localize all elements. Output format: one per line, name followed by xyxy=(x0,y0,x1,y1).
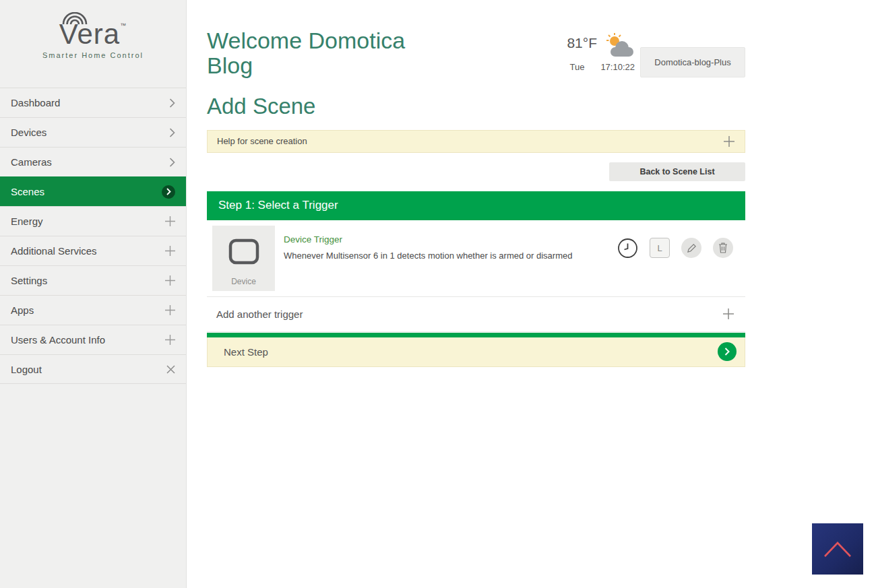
sidebar-item-label: Users & Account Info xyxy=(11,334,105,346)
vera-logo: Vera™ Smarter Home Control xyxy=(0,0,186,88)
close-icon xyxy=(166,365,175,374)
sidebar-item-label: Cameras xyxy=(11,156,52,168)
sidebar-item-label: Energy xyxy=(11,216,43,227)
sidebar-item-label: Additional Services xyxy=(11,245,97,257)
help-banner: Help for scene creation xyxy=(207,130,745,153)
sidebar-item-logout[interactable]: Logout xyxy=(0,354,186,384)
weekday: Tue xyxy=(569,62,584,72)
trash-icon xyxy=(718,242,728,253)
wifi-arcs-icon xyxy=(61,12,89,26)
sidebar-item-label: Apps xyxy=(11,304,34,316)
step-header: Step 1: Select a Trigger xyxy=(207,191,745,220)
sidebar-nav: Dashboard Devices Cameras Scenes Energy xyxy=(0,88,186,384)
welcome-heading: Welcome Domotica Blog xyxy=(207,28,429,79)
sidebar-item-apps[interactable]: Apps xyxy=(0,295,186,325)
trigger-edit-button[interactable] xyxy=(681,238,701,258)
help-banner-label: Help for scene creation xyxy=(217,136,307,146)
sidebar-item-label: Settings xyxy=(11,275,47,286)
device-icon xyxy=(228,238,260,266)
expand-help-button[interactable] xyxy=(720,133,738,150)
add-trigger-button[interactable] xyxy=(720,305,737,323)
sidebar-item-label: Logout xyxy=(11,364,42,375)
weather-icon xyxy=(604,32,635,61)
chevron-right-circle-icon xyxy=(162,185,175,199)
next-step-strip xyxy=(207,333,745,337)
plus-icon xyxy=(165,275,175,286)
step-header-label: Step 1: Select a Trigger xyxy=(218,199,338,212)
chevron-right-icon xyxy=(169,128,175,137)
chevron-right-icon xyxy=(169,158,175,167)
next-step-section: Next Step xyxy=(207,333,745,367)
sidebar-item-cameras[interactable]: Cameras xyxy=(0,147,186,176)
weather-widget: 81°F xyxy=(567,32,635,72)
sidebar-item-dashboard[interactable]: Dashboard xyxy=(0,88,186,117)
vera-wordmark: Vera™ xyxy=(59,20,127,48)
sidebar-item-label: Devices xyxy=(11,127,46,138)
controller-select-button[interactable]: Domotica-blog-Plus xyxy=(640,47,745,77)
add-trigger-label: Add another trigger xyxy=(216,308,303,320)
plus-icon xyxy=(722,308,734,320)
temperature: 81°F xyxy=(567,32,597,51)
sidebar: Vera™ Smarter Home Control Dashboard Dev… xyxy=(0,0,187,588)
plus-icon xyxy=(165,305,175,315)
next-step-button[interactable] xyxy=(718,342,737,361)
trademark: ™ xyxy=(120,22,127,29)
trigger-category-label: Device xyxy=(212,277,275,286)
trigger-category-tile: Device xyxy=(212,226,275,291)
plus-icon xyxy=(165,216,175,226)
chevron-right-icon xyxy=(169,98,175,108)
next-step-label: Next Step xyxy=(224,346,268,358)
pencil-icon xyxy=(687,243,697,253)
sidebar-item-devices[interactable]: Devices xyxy=(0,117,186,147)
chevron-up-icon xyxy=(822,540,853,558)
trigger-row: Device Device Trigger Whenever Multisens… xyxy=(207,220,745,297)
sidebar-item-users-account[interactable]: Users & Account Info xyxy=(0,325,186,354)
trigger-title-link[interactable]: Device Trigger xyxy=(284,234,572,244)
trigger-delete-button[interactable] xyxy=(713,238,733,258)
plus-icon xyxy=(165,335,175,345)
page-title: Add Scene xyxy=(207,94,745,119)
trigger-luup-button[interactable]: L xyxy=(650,238,670,258)
add-trigger-row: Add another trigger xyxy=(207,297,745,332)
sidebar-item-settings[interactable]: Settings xyxy=(0,265,186,295)
trigger-description: Whenever Multisensor 6 in 1 detects moti… xyxy=(284,251,572,261)
next-step-bar[interactable]: Next Step xyxy=(207,337,745,367)
sidebar-item-label: Scenes xyxy=(11,186,44,197)
sidebar-item-scenes[interactable]: Scenes xyxy=(0,176,186,206)
logo-tagline: Smarter Home Control xyxy=(0,51,186,59)
chevron-right-icon xyxy=(724,348,730,356)
back-to-scene-list-button[interactable]: Back to Scene List xyxy=(609,162,745,181)
trigger-schedule-button[interactable] xyxy=(617,238,638,259)
scroll-to-top-button[interactable] xyxy=(812,523,863,575)
sidebar-item-energy[interactable]: Energy xyxy=(0,206,186,236)
clock-time: 17:10:22 xyxy=(600,62,635,72)
plus-icon xyxy=(723,135,735,148)
clock-icon xyxy=(617,238,638,259)
sidebar-item-label: Dashboard xyxy=(11,97,60,108)
sidebar-item-additional-services[interactable]: Additional Services xyxy=(0,236,186,265)
plus-icon xyxy=(165,246,175,256)
main-area: Welcome Domotica Blog 81°F xyxy=(187,0,876,588)
